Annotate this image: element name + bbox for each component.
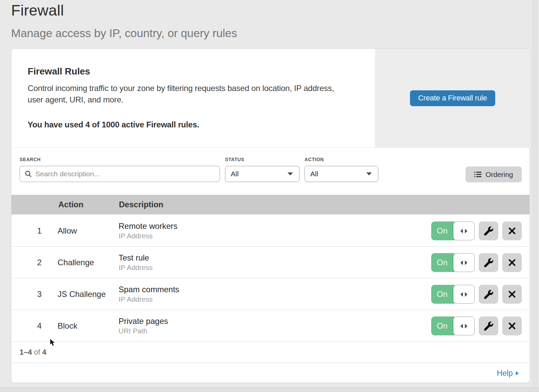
pagination: 1–4 of 4 xyxy=(11,342,530,363)
rule-description-cell: Remote workers IP Address xyxy=(119,215,178,246)
rule-description: Private pages xyxy=(119,316,168,326)
rule-enabled-toggle[interactable]: On xyxy=(431,221,475,240)
rule-priority: 3 xyxy=(31,278,48,310)
column-header-description: Description xyxy=(119,195,163,214)
rule-priority: 4 xyxy=(31,310,48,341)
rule-row: 4 Block Private pages URI Path On xyxy=(11,310,530,342)
delete-rule-button[interactable] xyxy=(502,221,522,240)
x-cross-icon xyxy=(508,322,516,330)
edit-rule-button[interactable] xyxy=(479,221,498,240)
search-box xyxy=(20,166,220,182)
wrench-icon xyxy=(484,322,493,331)
ordering-button-label: Ordering xyxy=(485,171,513,179)
pagination-range: 1–4 xyxy=(20,348,32,356)
help-link-label: Help xyxy=(497,369,513,378)
table-header: Action Description xyxy=(11,195,530,214)
action-select-value: All xyxy=(310,170,318,178)
rule-row: 1 Allow Remote workers IP Address On xyxy=(11,215,530,247)
pagination-total: 4 xyxy=(42,348,46,356)
left-right-arrows-icon xyxy=(460,229,468,234)
toggle-on-segment: On xyxy=(431,285,454,304)
rule-enabled-toggle[interactable]: On xyxy=(431,316,475,335)
action-select[interactable]: All xyxy=(305,166,378,182)
filter-bar: SEARCH STATUS All ACTION All xyxy=(11,148,530,195)
rule-enabled-toggle[interactable]: On xyxy=(431,253,475,272)
toggle-off-segment xyxy=(453,285,475,304)
help-link[interactable]: Help xyxy=(497,369,519,378)
left-right-arrows-icon xyxy=(460,292,468,297)
triangle-right-icon xyxy=(516,371,519,375)
toggle-on-segment: On xyxy=(431,316,454,335)
rule-action: Allow xyxy=(58,215,77,246)
pagination-separator: of xyxy=(32,348,42,356)
ordering-button[interactable]: Ordering xyxy=(466,167,522,182)
delete-rule-button[interactable] xyxy=(502,285,522,304)
create-rule-panel: Create a Firewall rule xyxy=(375,49,530,147)
rule-match-type: URI Path xyxy=(119,326,168,336)
caret-down-icon xyxy=(366,172,372,176)
intro-section: Firewall Rules Control incoming traffic … xyxy=(11,49,530,148)
mouse-cursor xyxy=(50,338,56,347)
firewall-rules-card: Firewall Rules Control incoming traffic … xyxy=(11,49,530,383)
action-label: ACTION xyxy=(305,157,324,162)
page-title: Firewall xyxy=(11,2,64,19)
rule-description-cell: Private pages URI Path xyxy=(119,310,168,341)
page-subtitle: Manage access by IP, country, or query r… xyxy=(11,27,237,40)
toggle-on-segment: On xyxy=(431,221,454,240)
toggle-off-segment xyxy=(453,253,475,272)
search-label: SEARCH xyxy=(20,157,41,162)
rule-action: JS Challenge xyxy=(58,278,106,310)
rule-description: Remote workers xyxy=(119,221,178,231)
delete-rule-button[interactable] xyxy=(502,253,522,272)
rule-row: 2 Challenge Test rule IP Address On xyxy=(11,247,530,278)
rule-row: 3 JS Challenge Spam comments IP Address … xyxy=(11,278,530,310)
column-header-action: Action xyxy=(58,195,84,214)
rule-action: Block xyxy=(58,310,77,341)
rule-description-cell: Spam comments IP Address xyxy=(119,278,179,310)
left-right-arrows-icon xyxy=(460,324,468,329)
wrench-icon xyxy=(484,227,493,236)
edit-rule-button[interactable] xyxy=(479,253,498,272)
rule-priority: 2 xyxy=(31,247,48,278)
rule-description: Test rule xyxy=(119,252,153,263)
search-input[interactable] xyxy=(35,170,215,178)
x-cross-icon xyxy=(508,259,516,267)
list-icon xyxy=(474,172,481,177)
rule-description-cell: Test rule IP Address xyxy=(119,247,153,278)
delete-rule-button[interactable] xyxy=(502,316,522,335)
scrollbar-area xyxy=(532,0,538,392)
rule-enabled-toggle[interactable]: On xyxy=(431,285,475,304)
card-description: Control incoming traffic to your zone by… xyxy=(28,83,348,105)
toggle-off-segment xyxy=(453,316,475,335)
left-right-arrows-icon xyxy=(460,260,468,265)
create-firewall-rule-button[interactable]: Create a Firewall rule xyxy=(410,90,495,106)
toggle-on-segment: On xyxy=(431,253,454,272)
edit-rule-button[interactable] xyxy=(479,316,498,335)
rule-match-type: IP Address xyxy=(119,231,178,241)
intro-text-block: Firewall Rules Control incoming traffic … xyxy=(11,49,375,147)
rule-priority: 1 xyxy=(31,215,48,246)
bottom-band xyxy=(0,387,539,392)
status-select[interactable]: All xyxy=(225,166,299,182)
card-footer: Help xyxy=(11,363,530,383)
caret-down-icon xyxy=(287,172,293,176)
status-select-value: All xyxy=(231,170,239,178)
wrench-icon xyxy=(484,258,493,267)
rule-match-type: IP Address xyxy=(119,263,153,272)
rule-match-type: IP Address xyxy=(119,295,179,304)
x-cross-icon xyxy=(508,290,516,298)
status-label: STATUS xyxy=(225,157,245,162)
search-icon xyxy=(25,170,32,178)
wrench-icon xyxy=(484,290,493,299)
x-cross-icon xyxy=(508,227,516,235)
edit-rule-button[interactable] xyxy=(479,285,498,304)
usage-note: You have used 4 of 1000 active Firewall … xyxy=(28,120,199,129)
rule-description: Spam comments xyxy=(119,284,179,295)
rule-action: Challenge xyxy=(58,247,94,278)
toggle-off-segment xyxy=(453,221,475,240)
card-heading: Firewall Rules xyxy=(28,66,90,77)
